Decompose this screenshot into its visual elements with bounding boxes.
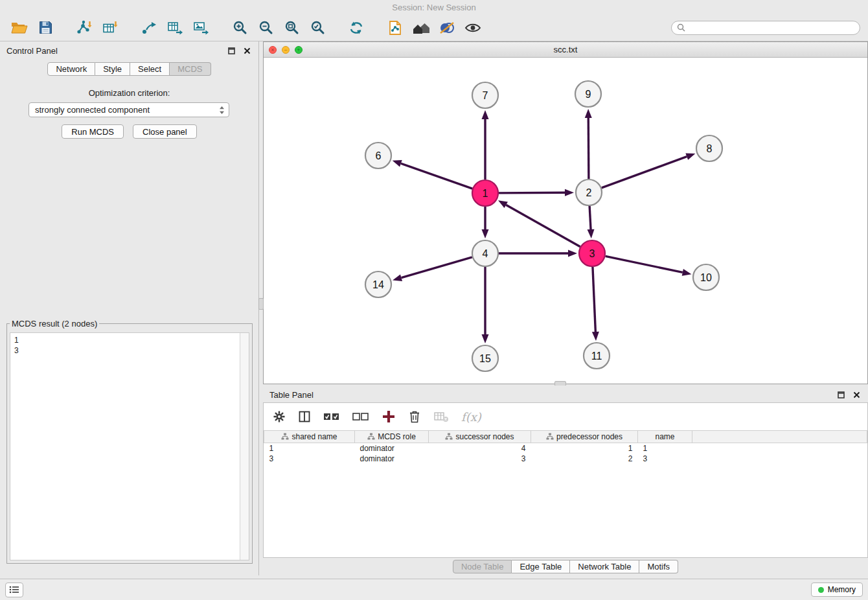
import-table-button[interactable]: [98, 17, 122, 38]
graph-node-10[interactable]: 10: [693, 264, 719, 290]
graph-canvas[interactable]: 7968124314101511: [264, 58, 867, 384]
export-image-button[interactable]: [189, 17, 212, 38]
graph-node-9[interactable]: 9: [575, 81, 601, 107]
refresh-layout-button[interactable]: [345, 17, 368, 38]
clone-network-button[interactable]: [383, 17, 407, 38]
delete-column-button[interactable]: [408, 410, 421, 424]
save-session-button[interactable]: [34, 17, 57, 38]
table-cell[interactable]: dominator: [355, 454, 429, 464]
table-tab-network-table[interactable]: Network Table: [570, 560, 639, 573]
show-hide-graphics-button[interactable]: [461, 17, 485, 38]
column-header-successor-nodes[interactable]: successor nodes: [429, 431, 531, 443]
zoom-in-button[interactable]: [228, 17, 251, 38]
tab-mcds[interactable]: MCDS: [170, 62, 211, 76]
graph-node-4[interactable]: 4: [472, 240, 498, 266]
zoom-selected-button[interactable]: [306, 17, 329, 38]
column-header-name[interactable]: name: [638, 431, 692, 443]
tab-network[interactable]: Network: [47, 62, 95, 76]
column-header-shared-name[interactable]: shared name: [264, 431, 355, 443]
mcds-result-text[interactable]: 1 3: [10, 333, 240, 560]
graph-edge-3-1[interactable]: [498, 200, 580, 246]
memory-button[interactable]: Memory: [811, 583, 863, 597]
deselect-all-button[interactable]: [352, 411, 369, 422]
graph-edge-3-11[interactable]: [592, 267, 599, 341]
graph-node-8[interactable]: 8: [696, 135, 722, 161]
zoom-in-icon: [233, 20, 247, 35]
show-columns-button[interactable]: [298, 410, 311, 423]
table-cell[interactable]: 1: [638, 443, 692, 454]
clone-network-icon: [388, 20, 402, 36]
column-header-mcds-role[interactable]: MCDS role: [355, 431, 429, 443]
graph-node-2[interactable]: 2: [576, 179, 602, 205]
zoom-window-icon[interactable]: +: [295, 46, 303, 54]
open-session-button[interactable]: [8, 17, 31, 38]
graph-node-6[interactable]: 6: [365, 143, 391, 168]
graph-edge-1-7[interactable]: [482, 110, 489, 179]
table-settings-button[interactable]: [273, 410, 286, 423]
table-tab-node-table[interactable]: Node Table: [453, 560, 512, 573]
table-cell[interactable]: 3: [264, 454, 355, 464]
export-table-button[interactable]: [163, 17, 187, 38]
graph-edge-4-14[interactable]: [393, 257, 472, 281]
graph-edge-2-8[interactable]: [602, 154, 696, 188]
minimize-window-icon[interactable]: −: [282, 46, 290, 54]
float-panel-button[interactable]: [226, 45, 236, 56]
graph-node-3[interactable]: 3: [579, 240, 605, 266]
tab-style[interactable]: Style: [95, 62, 130, 76]
table-tab-motifs[interactable]: Motifs: [639, 560, 678, 573]
graph-node-label: 7: [483, 90, 488, 101]
graph-edge-2-3[interactable]: [588, 206, 595, 238]
graph-edge-1-4[interactable]: [482, 207, 489, 238]
graph-edge-4-15[interactable]: [482, 267, 489, 343]
column-header-predecessor-nodes[interactable]: predecessor nodes: [531, 431, 638, 443]
table-cell[interactable]: 3: [638, 454, 692, 464]
graph-edge-2-9[interactable]: [585, 109, 592, 179]
table-cell[interactable]: 4: [429, 443, 531, 454]
graph-edge-3-10[interactable]: [606, 256, 692, 275]
result-scrollbar-track[interactable]: [240, 333, 249, 560]
new-network-icon: [141, 21, 157, 35]
import-network-button[interactable]: [73, 17, 96, 38]
table-row[interactable]: 3dominator323: [264, 454, 867, 464]
graph-node-11[interactable]: 11: [584, 343, 610, 369]
graph-node-7[interactable]: 7: [472, 82, 498, 108]
table-tab-edge-table[interactable]: Edge Table: [512, 560, 570, 573]
close-table-panel-button[interactable]: [851, 389, 862, 400]
table-row[interactable]: 1dominator411: [264, 443, 867, 454]
vertical-splitter-grip[interactable]: [258, 298, 264, 310]
status-bar: Memory: [0, 579, 868, 600]
table-cell[interactable]: 2: [531, 454, 638, 464]
table-cell[interactable]: dominator: [355, 443, 429, 454]
select-all-button[interactable]: [323, 411, 340, 422]
task-history-button[interactable]: [5, 583, 23, 597]
close-panel-x-button[interactable]: [242, 45, 252, 56]
style-button[interactable]: [435, 17, 459, 38]
table-cell[interactable]: 1: [531, 443, 638, 454]
float-table-panel-button[interactable]: [836, 389, 846, 400]
zoom-fit-button[interactable]: [280, 17, 303, 38]
graph-edge-1-2[interactable]: [499, 189, 574, 196]
table-tabs: Node TableEdge TableNetwork TableMotifs: [263, 560, 868, 573]
close-window-icon[interactable]: ×: [269, 46, 277, 54]
function-builder-button[interactable]: f(x): [461, 410, 481, 424]
close-panel-button[interactable]: Close panel: [133, 124, 197, 139]
graph-node-15[interactable]: 15: [472, 345, 498, 371]
table-cell[interactable]: 1: [264, 443, 355, 454]
criterion-dropdown[interactable]: strongly connected component: [29, 102, 229, 117]
table-cell[interactable]: 3: [429, 454, 531, 464]
search-field[interactable]: [671, 21, 860, 35]
zoom-out-button[interactable]: [254, 17, 277, 38]
add-column-button[interactable]: [382, 410, 396, 424]
search-input[interactable]: [689, 23, 854, 32]
tab-select[interactable]: Select: [130, 62, 170, 76]
network-window-titlebar[interactable]: scc.txt × − +: [264, 42, 867, 58]
run-mcds-button[interactable]: Run MCDS: [62, 124, 124, 139]
delete-table-button[interactable]: [433, 410, 449, 423]
graph-node-1[interactable]: 1: [472, 180, 498, 206]
table-panel-header: Table Panel: [263, 386, 868, 404]
graph-edge-1-6[interactable]: [393, 160, 472, 189]
home-button[interactable]: [409, 17, 433, 38]
new-network-button[interactable]: [137, 17, 161, 38]
graph-edge-4-3[interactable]: [499, 250, 577, 257]
graph-node-14[interactable]: 14: [365, 271, 391, 297]
